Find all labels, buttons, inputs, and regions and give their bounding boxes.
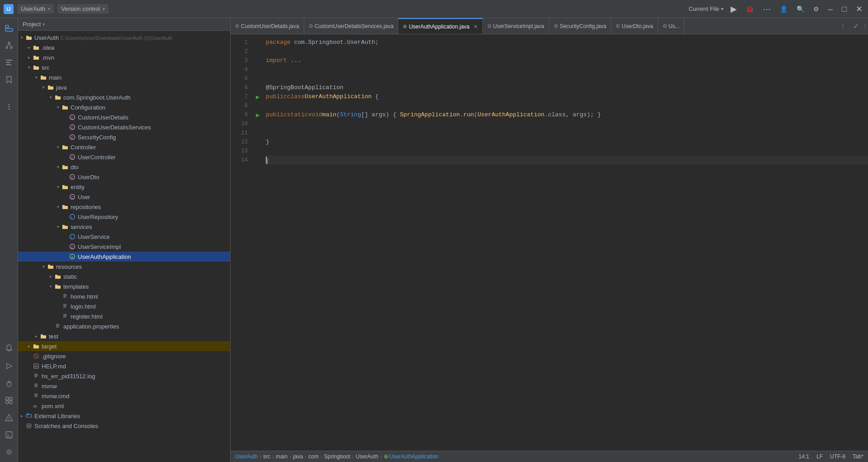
breadcrumb-userauthroot[interactable]: UserAuth [235, 453, 258, 460]
breadcrumb-springboot[interactable]: Springboot [324, 453, 350, 460]
tree-item-mvnw-cmd[interactable]: mvnw.cmd [18, 391, 230, 401]
tree-item-application-properties[interactable]: application.properties [18, 321, 230, 331]
tab-userserviceimpl[interactable]: ⊙ UserServiceImpl.java [483, 18, 549, 34]
status-indent[interactable]: Tab* [853, 453, 863, 460]
tab-userauthapplication[interactable]: ⊛ UserAuthApplication.java ✕ [398, 18, 482, 34]
status-encoding[interactable]: LF [816, 453, 823, 460]
tab-tick-icon[interactable]: ✓ [853, 22, 859, 30]
breadcrumb-sep5: › [321, 453, 322, 460]
maximize-button[interactable]: □ [840, 4, 849, 14]
more-options-button[interactable]: ⋯ [761, 4, 773, 14]
breadcrumb-java[interactable]: java [293, 453, 303, 460]
breadcrumb-main[interactable]: main [276, 453, 288, 460]
tree-item-UserAuth[interactable]: UserAuth C:\Users\prince\Downloads\UserA… [18, 33, 230, 43]
tree-item-java[interactable]: java [18, 82, 230, 92]
tree-item-UserService[interactable]: IUserService [18, 232, 230, 242]
sidebar-terminal-icon[interactable] [1, 427, 17, 443]
debug-button[interactable]: 🐞 [744, 5, 755, 13]
tree-item-static[interactable]: static [18, 271, 230, 281]
breadcrumb-userauth[interactable]: UserAuth [356, 453, 378, 460]
status-line-col[interactable]: 14:1 [799, 453, 809, 460]
tree-item-pom-xml[interactable]: mpom.xml [18, 401, 230, 411]
tree-item--gitignore[interactable]: .gitignore [18, 351, 230, 361]
tab-userdto[interactable]: ⊙ UserDto.java [611, 18, 658, 34]
sidebar-notifications-icon[interactable] [1, 340, 17, 356]
tree-item-mvnw[interactable]: mvnw [18, 381, 230, 391]
tree-item-Controller[interactable]: Controller [18, 142, 230, 152]
tree-item-External-Libraries[interactable]: External Libraries [18, 411, 230, 421]
tree-item-UserController[interactable]: CUserController [18, 152, 230, 162]
tree-item-home-html[interactable]: home.html [18, 291, 230, 301]
tree-item-repositories[interactable]: repositories [18, 202, 230, 212]
tree-item-services[interactable]: services [18, 222, 230, 232]
tree-item--mvn[interactable]: .mvn [18, 52, 230, 62]
sidebar-bookmarks-icon[interactable] [1, 71, 17, 88]
status-charset[interactable]: UTF-8 [830, 453, 845, 460]
sidebar-more-icon[interactable] [1, 99, 17, 115]
sidebar-services-icon[interactable] [1, 392, 17, 409]
sidebar-run-icon[interactable] [1, 358, 17, 374]
sidebar-settings-bottom-icon[interactable] [1, 444, 17, 460]
sidebar-vcs-icon[interactable] [1, 37, 17, 53]
settings-button[interactable]: ⚙ [811, 5, 821, 13]
code-line: } [266, 138, 868, 147]
project-selector[interactable]: UserAuth ▾ [17, 4, 54, 14]
tree-item-register-html[interactable]: register.html [18, 311, 230, 321]
tree-item-main[interactable]: main [18, 72, 230, 82]
tree-item-Scratches-and-Consoles[interactable]: Scratches and Consoles [18, 421, 230, 431]
tree-item-src[interactable]: src [18, 62, 230, 72]
gutter-cell[interactable]: ▶ [253, 92, 262, 101]
sidebar-problems-icon[interactable] [1, 410, 17, 426]
gutter-run-btn[interactable]: ▶ [256, 112, 259, 118]
tabs-overflow[interactable]: ⋮ [836, 23, 849, 29]
breadcrumb-userauthapplication[interactable]: ⊛UserAuthApplication [384, 453, 439, 460]
tree-item--idea[interactable]: .idea [18, 43, 230, 52]
tree-item-test[interactable]: test [18, 331, 230, 341]
tree-item-login-html[interactable]: login.html [18, 301, 230, 311]
minimize-button[interactable]: – [826, 4, 835, 14]
tree-item-UserDto[interactable]: CUserDto [18, 172, 230, 182]
sidebar-debug-icon[interactable] [1, 375, 17, 391]
tree-item-User[interactable]: CUser [18, 192, 230, 202]
tab-overflow-us[interactable]: ⊙ Us... [658, 18, 685, 34]
tree-item-Configuration[interactable]: Configuration [18, 102, 230, 112]
tree-item-target[interactable]: target [18, 341, 230, 351]
project-tree[interactable]: UserAuth C:\Users\prince\Downloads\UserA… [18, 31, 230, 462]
search-button[interactable]: 🔍 [795, 5, 806, 13]
tab-close-userauthapp[interactable]: ✕ [473, 24, 478, 30]
tree-item-hs-err-pid31512-log[interactable]: hs_err_pid31512.log [18, 371, 230, 381]
tree-item-com-Springboot-UserAuth[interactable]: com.Springboot.UserAuth [18, 92, 230, 102]
tree-item-SecurityConfig[interactable]: CSecurityConfig [18, 132, 230, 142]
tree-item-entity[interactable]: entity [18, 182, 230, 192]
sidebar-structure-icon[interactable] [1, 54, 17, 71]
tab-customuserdetails[interactable]: ⊙ CustomUserDetails.java [231, 18, 304, 34]
tree-label: UserAuth C:\Users\prince\Downloads\UserA… [34, 34, 172, 41]
code-editor[interactable]: 1234567891011121314 ▶▶ package com.Sprin… [231, 34, 868, 451]
tab-customuserdetailsservices[interactable]: ⊙ CustomUserDetailsServices.java [304, 18, 399, 34]
tree-item-UserServiceImpl[interactable]: CUserServiceImpl [18, 242, 230, 252]
close-button[interactable]: ✕ [854, 4, 864, 14]
tree-label: UserAuthApplication [78, 253, 131, 260]
tree-item-CustomUserDetails[interactable]: CCustomUserDetails [18, 112, 230, 122]
breadcrumb-com[interactable]: com [308, 453, 319, 460]
tab-more-icon[interactable]: ⋮ [863, 23, 868, 29]
tree-item-UserRepository[interactable]: IUserRepository [18, 212, 230, 222]
current-file-button[interactable]: Current File ▾ [689, 5, 723, 12]
svg-rect-77 [63, 295, 67, 296]
version-control-selector[interactable]: Version control ▾ [57, 4, 108, 14]
tree-item-UserAuthApplication[interactable]: AUserAuthApplication [18, 252, 230, 262]
tree-item-CustomUserDetailsServices[interactable]: CCustomUserDetailsServices [18, 122, 230, 132]
gutter-run-btn[interactable]: ▶ [256, 94, 259, 100]
tree-item-resources[interactable]: resources [18, 262, 230, 271]
tree-item-dto[interactable]: dto [18, 162, 230, 172]
tab-securityconfig[interactable]: ⊙ SecurityConfig.java [549, 18, 611, 34]
svg-rect-98 [34, 376, 37, 377]
code-content[interactable]: package com.Springboot.UserAuth; import … [262, 34, 868, 451]
sidebar-project-icon[interactable] [1, 20, 17, 36]
gutter-cell[interactable]: ▶ [253, 110, 262, 119]
breadcrumb-src[interactable]: src [263, 453, 270, 460]
tree-item-HELP-md[interactable]: M↓HELP.md [18, 361, 230, 371]
run-button[interactable]: ▶ [729, 4, 739, 14]
tree-item-templates[interactable]: templates [18, 281, 230, 291]
account-button[interactable]: 👤 [778, 5, 789, 13]
